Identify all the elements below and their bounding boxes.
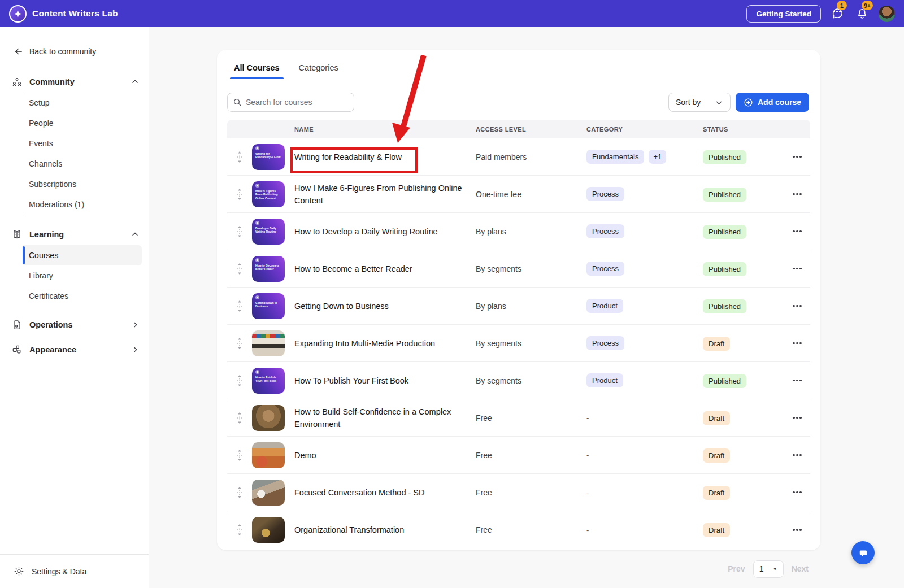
row-menu-button[interactable] xyxy=(790,187,805,202)
row-menu-button[interactable] xyxy=(790,299,805,313)
category-cell: Product xyxy=(586,373,703,387)
table-row[interactable]: Demo Free - Draft xyxy=(227,437,810,474)
category-badge: Process xyxy=(586,336,624,350)
category-badge: Process xyxy=(586,262,624,276)
row-menu-button[interactable] xyxy=(790,262,805,276)
course-name[interactable]: How I Make 6-Figures From Publishing Onl… xyxy=(285,182,476,207)
course-name[interactable]: Demo xyxy=(285,449,476,461)
drag-handle-icon[interactable] xyxy=(227,448,252,462)
row-menu-button[interactable] xyxy=(790,411,805,425)
table-row[interactable]: Getting Down to Business Getting Down to… xyxy=(227,288,810,325)
status-badge: Draft xyxy=(703,411,730,425)
row-menu-button[interactable] xyxy=(790,150,805,164)
table-row[interactable]: How to Publish Your First Book How To Pu… xyxy=(227,362,810,399)
drag-handle-icon[interactable] xyxy=(227,150,252,164)
drag-handle-icon[interactable] xyxy=(227,225,252,238)
table-row[interactable]: How to Become a Better Reader How to Bec… xyxy=(227,250,810,288)
caret-down-icon: ▼ xyxy=(773,567,777,572)
course-name[interactable]: Writing for Readability & Flow xyxy=(285,151,476,163)
status-cell: Draft xyxy=(703,450,776,460)
category-badge: Fundamentals xyxy=(586,150,644,164)
sidebar-item-subscriptions[interactable]: Subscriptions xyxy=(23,174,142,194)
settings-and-data-link[interactable]: Settings & Data xyxy=(0,554,149,588)
learning-subitems: Courses Library Certificates xyxy=(23,244,149,311)
drag-handle-icon[interactable] xyxy=(227,523,252,537)
sidebar-item-events[interactable]: Events xyxy=(23,133,142,154)
drag-handle-icon[interactable] xyxy=(227,262,252,276)
chat-widget-button[interactable] xyxy=(851,541,875,564)
drag-handle-icon[interactable] xyxy=(227,337,252,350)
status-badge: Published xyxy=(703,299,746,313)
course-name[interactable]: How To Publish Your First Book xyxy=(285,374,476,387)
course-thumbnail xyxy=(252,405,285,431)
drag-handle-icon[interactable] xyxy=(227,188,252,201)
sort-by-dropdown[interactable]: Sort by xyxy=(668,93,731,112)
sidebar-item-setup[interactable]: Setup xyxy=(23,93,142,113)
row-menu-button[interactable] xyxy=(790,448,805,463)
category-badge: - xyxy=(586,488,589,496)
drag-handle-icon[interactable] xyxy=(227,411,252,425)
tab-categories[interactable]: Categories xyxy=(299,63,338,79)
table-row[interactable]: How to Build Self-Confidence in a Comple… xyxy=(227,399,810,437)
sidebar-item-channels[interactable]: Channels xyxy=(23,154,142,174)
drag-handle-icon[interactable] xyxy=(227,299,252,313)
status-badge: Published xyxy=(703,150,746,164)
table-row[interactable]: Writing for Readability & Flow Writing f… xyxy=(227,138,810,176)
appearance-icon xyxy=(11,344,23,355)
drag-handle-icon[interactable] xyxy=(227,374,252,387)
app-logo-icon xyxy=(9,5,27,23)
access-level-text: By plans xyxy=(476,302,586,311)
course-thumbnail: Writing for Readability & Flow xyxy=(252,144,285,170)
sidebar-section-learning[interactable]: Learning xyxy=(11,225,140,244)
table-body: Writing for Readability & Flow Writing f… xyxy=(227,138,810,548)
next-button[interactable]: Next xyxy=(792,564,809,573)
sidebar-section-appearance[interactable]: Appearance xyxy=(11,340,140,359)
access-level-text: By segments xyxy=(476,376,586,385)
table-row[interactable]: Make 6-Figures From Publishing Online Co… xyxy=(227,176,810,213)
user-avatar[interactable] xyxy=(879,6,895,22)
course-name[interactable]: Focused Conversation Method - SD xyxy=(285,486,476,499)
page-select[interactable]: 1 ▼ xyxy=(753,560,784,578)
sidebar-item-moderations[interactable]: Moderations (1) xyxy=(23,194,142,215)
sidebar-section-community[interactable]: Community xyxy=(11,72,140,92)
course-name[interactable]: How to Build Self-Confidence in a Comple… xyxy=(285,406,476,430)
row-menu-button[interactable] xyxy=(790,373,805,388)
sidebar-section-operations[interactable]: Operations xyxy=(11,315,140,334)
course-name[interactable]: Organizational Transformation xyxy=(285,524,476,536)
prev-button[interactable]: Prev xyxy=(728,564,745,573)
table-row[interactable]: Develop a Daily Writing Routine How to D… xyxy=(227,213,810,250)
course-name[interactable]: Getting Down to Business xyxy=(285,300,476,312)
row-menu-button[interactable] xyxy=(790,485,805,500)
access-level-text: By segments xyxy=(476,339,586,348)
sidebar-item-library[interactable]: Library xyxy=(23,265,142,286)
table-row[interactable]: Expanding Into Multi-Media Production By… xyxy=(227,325,810,362)
column-name: NAME xyxy=(285,126,476,133)
table-row[interactable]: Organizational Transformation Free - Dra… xyxy=(227,511,810,548)
course-thumbnail xyxy=(252,442,285,468)
row-menu-button[interactable] xyxy=(790,224,805,239)
course-name[interactable]: How to Become a Better Reader xyxy=(285,263,476,275)
category-badge: Process xyxy=(586,224,624,238)
course-name[interactable]: Expanding Into Multi-Media Production xyxy=(285,337,476,350)
category-cell: Fundamentals +1 xyxy=(586,150,703,164)
tab-all-courses[interactable]: All Courses xyxy=(234,63,280,79)
messages-button[interactable]: 1 xyxy=(829,5,846,22)
search-input[interactable] xyxy=(227,93,354,112)
sidebar-item-certificates[interactable]: Certificates xyxy=(23,286,142,306)
add-course-button[interactable]: Add course xyxy=(736,93,809,112)
category-cell: Product xyxy=(586,299,703,313)
course-name[interactable]: How to Develop a Daily Writing Routine xyxy=(285,225,476,238)
chevron-up-icon xyxy=(131,77,140,86)
back-to-community-link[interactable]: Back to community xyxy=(14,46,149,56)
drag-handle-icon[interactable] xyxy=(227,486,252,499)
category-cell: Process xyxy=(586,187,703,201)
sidebar-item-courses[interactable]: Courses xyxy=(23,245,142,265)
sidebar-item-people[interactable]: People xyxy=(23,113,142,133)
table-row[interactable]: Focused Conversation Method - SD Free - … xyxy=(227,474,810,511)
column-status: STATUS xyxy=(703,126,776,133)
row-menu-button[interactable] xyxy=(790,336,805,351)
status-cell: Published xyxy=(703,152,776,162)
notifications-button[interactable]: 9+ xyxy=(854,5,871,22)
getting-started-button[interactable]: Getting Started xyxy=(746,5,821,23)
row-menu-button[interactable] xyxy=(790,522,805,537)
